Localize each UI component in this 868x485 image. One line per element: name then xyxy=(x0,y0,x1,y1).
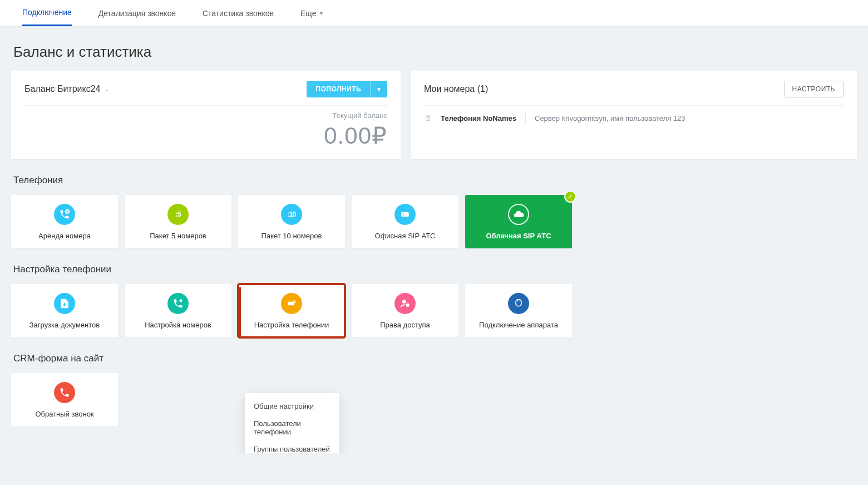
tile-label: Права доступа xyxy=(380,321,430,329)
tile-access-rights[interactable]: Права доступа xyxy=(352,284,458,337)
svg-rect-11 xyxy=(407,303,408,305)
section-title-telephony: Телефония xyxy=(13,175,857,186)
my-numbers-panel: Мои номера (1) НАСТРОИТЬ 🗎 Телефония NoN… xyxy=(411,71,857,159)
topup-button-group: ПОПОЛНИТЬ ▼ xyxy=(307,81,387,97)
balance-panel: Баланс Битрикс24 ⌄ ПОПОЛНИТЬ ▼ Текущий б… xyxy=(11,71,401,159)
number-entry-name[interactable]: Телефония NoNames xyxy=(441,114,516,123)
tab-more[interactable]: Еще ▾ xyxy=(300,1,323,26)
telephony-settings-dropdown: Общие настройки Пользователи телефонии Г… xyxy=(245,393,339,453)
divider xyxy=(525,112,526,124)
tile-label: Офисная SIP АТС xyxy=(375,232,436,240)
user-lock-icon xyxy=(394,293,416,314)
my-numbers-title: Мои номера (1) xyxy=(424,84,488,94)
tile-label: Пакет 5 номеров xyxy=(150,232,206,240)
tile-label: Аренда номера xyxy=(38,232,91,240)
tile-label: Настройка телефонии xyxy=(254,321,329,329)
tile-label: Облачная SIP АТС xyxy=(486,232,551,240)
upload-doc-icon xyxy=(54,293,75,314)
check-badge-icon: ✓ xyxy=(564,190,576,203)
tile-rent-number[interactable]: $ Аренда номера xyxy=(11,195,118,248)
tile-upload-docs[interactable]: Загрузка документов xyxy=(11,284,118,337)
dialpad-10-icon: :10 xyxy=(281,204,302,225)
tab-call-stats[interactable]: Статистика звонков xyxy=(203,1,274,26)
tile-label: Пакет 10 номеров xyxy=(262,232,322,240)
dd-general-settings[interactable]: Общие настройки xyxy=(245,398,339,415)
callback-icon xyxy=(54,382,75,403)
phone-gear-icon xyxy=(167,293,189,314)
tile-callback[interactable]: Обратный звонок xyxy=(11,373,118,427)
settings-tiles: Загрузка документов Настройка номеров На… xyxy=(11,284,857,337)
svg-text:$: $ xyxy=(66,209,68,214)
chevron-down-icon: ▾ xyxy=(320,10,323,16)
svg-point-9 xyxy=(402,300,406,303)
annotation-arrow-line xyxy=(239,287,241,339)
topup-dropdown-button[interactable]: ▼ xyxy=(370,81,387,97)
top-tabs: Подключение Детализация звонков Статисти… xyxy=(0,0,868,27)
balance-title-dropdown[interactable]: Баланс Битрикс24 ⌄ xyxy=(24,84,109,94)
tile-connect-device[interactable]: Подключение аппарата xyxy=(465,284,572,337)
svg-rect-4 xyxy=(403,214,405,215)
pbx-icon xyxy=(394,204,416,225)
tile-label: Настройка номеров xyxy=(145,321,211,329)
topup-button[interactable]: ПОПОЛНИТЬ xyxy=(307,81,370,97)
configure-button[interactable]: НАСТРОИТЬ xyxy=(784,81,844,97)
current-balance-label: Текущий баланс xyxy=(24,111,387,120)
document-icon: 🗎 xyxy=(424,114,432,123)
dd-telephony-users[interactable]: Пользователи телефонии xyxy=(245,415,339,440)
svg-point-8 xyxy=(294,301,295,302)
tile-label: Подключение аппарата xyxy=(479,321,558,329)
section-title-crm-form: CRM-форма на сайт xyxy=(13,353,857,364)
telephony-tiles: $ Аренда номера :5 Пакет 5 номеров :10 П… xyxy=(11,195,857,248)
tile-cloud-sip[interactable]: ✓ Облачная SIP АТС xyxy=(465,195,572,248)
number-entry-server: Сервер krivogornitsyn, имя пользователя … xyxy=(535,114,685,123)
tab-more-label: Еще xyxy=(300,9,317,18)
plug-icon xyxy=(508,293,529,314)
cloud-pbx-icon xyxy=(508,204,529,225)
svg-rect-3 xyxy=(403,213,405,214)
tile-numbers-settings[interactable]: Настройка номеров xyxy=(125,284,231,337)
dd-user-groups[interactable]: Группы пользователей xyxy=(245,440,339,453)
svg-point-5 xyxy=(180,299,183,302)
chevron-down-icon: ⌄ xyxy=(104,86,109,93)
svg-rect-2 xyxy=(401,212,408,216)
tile-office-sip[interactable]: Офисная SIP АТС xyxy=(352,195,458,248)
phone-dollar-icon: $ xyxy=(54,204,75,225)
section-title-settings: Настройка телефонии xyxy=(13,264,857,275)
tab-connection[interactable]: Подключение xyxy=(22,0,72,26)
current-balance-value: 0.00₽ xyxy=(24,122,387,149)
crm-tiles: Обратный звонок xyxy=(11,373,857,427)
page-title: Баланс и статистика xyxy=(13,43,857,61)
tile-package-5[interactable]: :5 Пакет 5 номеров xyxy=(125,195,231,248)
tile-label: Загрузка документов xyxy=(29,321,100,329)
tile-package-10[interactable]: :10 Пакет 10 номеров xyxy=(238,195,345,248)
tab-call-details[interactable]: Детализация звонков xyxy=(98,1,176,26)
tile-telephony-settings[interactable]: Настройка телефонии Общие настройки Поль… xyxy=(238,284,345,337)
dialpad-5-icon: :5 xyxy=(167,204,189,225)
settings-gear-icon xyxy=(281,293,302,314)
balance-title-label: Баланс Битрикс24 xyxy=(24,84,101,94)
tile-label: Обратный звонок xyxy=(35,410,93,418)
